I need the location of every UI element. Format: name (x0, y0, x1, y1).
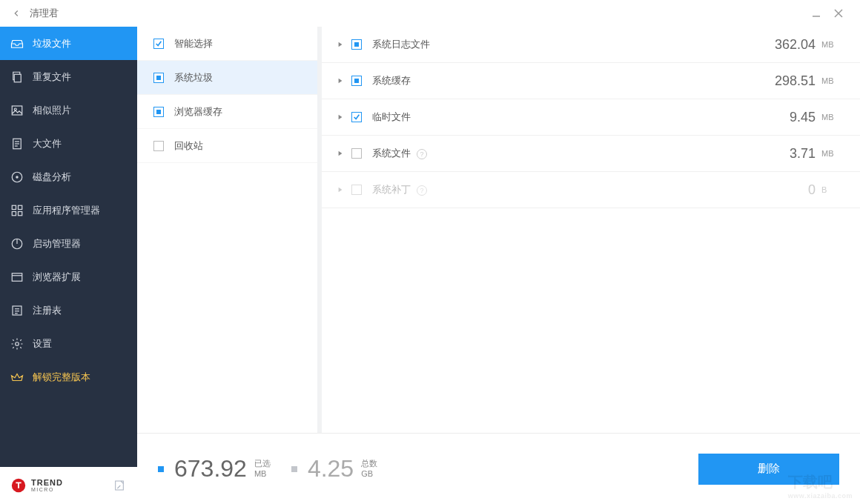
sidebar-item-label: 解锁完整版本 (33, 371, 90, 384)
svg-rect-18 (12, 273, 22, 281)
delete-button[interactable]: 删除 (698, 454, 839, 485)
close-button[interactable] (827, 4, 850, 22)
expand-icon[interactable] (337, 77, 344, 84)
checkbox-icon[interactable] (351, 112, 362, 122)
row-unit: MB (821, 40, 838, 49)
category-recycle-bin[interactable]: 回收站 (137, 129, 317, 163)
category-label: 系统垃圾 (174, 71, 213, 84)
feedback-icon[interactable] (113, 480, 125, 491)
delete-label: 删除 (758, 462, 780, 476)
sidebar-item-browser-ext[interactable]: 浏览器扩展 (0, 260, 137, 294)
window-icon (10, 271, 24, 284)
sidebar-item-label: 启动管理器 (33, 237, 81, 251)
sidebar-item-settings[interactable]: 设置 (0, 327, 137, 360)
dot-icon (158, 466, 164, 472)
checkbox-icon[interactable] (153, 39, 164, 49)
category-list: 智能选择 系统垃圾 浏览器缓存 回收站 (137, 27, 317, 433)
checkbox-icon[interactable] (153, 141, 164, 151)
gear-icon (10, 337, 24, 351)
selected-label: 已选 (254, 459, 271, 468)
sidebar-item-junk-files[interactable]: 垃圾文件 (0, 27, 137, 60)
category-label: 浏览器缓存 (174, 105, 222, 119)
row-unit: MB (821, 113, 838, 122)
brand-logo: TREND MICRO (10, 477, 63, 494)
footer-bar: 673.92 已选 MB 4.25 总数 GB 删除 (137, 433, 860, 504)
detail-list: 系统日志文件 362.04 MB 系统缓存 298.51 MB (322, 27, 860, 433)
sidebar-item-label: 磁盘分析 (33, 170, 71, 184)
checkbox-icon[interactable] (351, 39, 362, 50)
brand-line2: MICRO (31, 487, 63, 492)
row-unit: MB (821, 76, 838, 85)
expand-icon[interactable] (337, 150, 344, 157)
trend-logo-icon (10, 477, 27, 494)
help-icon: ? (417, 185, 427, 196)
stat-selected: 673.92 已选 MB (158, 455, 271, 483)
dot-icon (291, 466, 297, 472)
target-icon (10, 170, 24, 184)
total-label: 总数 (361, 459, 377, 468)
sidebar-item-label: 垃圾文件 (33, 37, 71, 50)
row-name: 系统补丁? (372, 183, 756, 196)
brand-line1: TREND (31, 479, 63, 487)
row-name: 系统文件? (372, 147, 756, 160)
inbox-icon (10, 37, 24, 50)
sidebar-item-big-files[interactable]: 大文件 (0, 127, 137, 160)
detail-row[interactable]: 系统日志文件 362.04 MB (322, 27, 860, 63)
sidebar-item-label: 注册表 (33, 304, 62, 317)
row-unit: B (821, 185, 838, 194)
sidebar-item-app-manager[interactable]: 应用程序管理器 (0, 193, 137, 227)
sidebar-footer: TREND MICRO (0, 467, 137, 504)
detail-row[interactable]: 系统文件? 3.71 MB (322, 136, 860, 172)
checkbox-icon[interactable] (153, 107, 164, 117)
checkbox-icon (351, 185, 362, 195)
sidebar-item-startup-manager[interactable]: 启动管理器 (0, 227, 137, 260)
category-smart-select[interactable]: 智能选择 (137, 27, 317, 61)
sidebar-item-similar-photos[interactable]: 相似照片 (0, 93, 137, 127)
document-icon (10, 137, 24, 150)
app-title: 清理君 (30, 7, 59, 20)
svg-rect-15 (19, 211, 22, 215)
checkbox-icon[interactable] (153, 73, 164, 83)
sidebar-item-label: 相似照片 (33, 104, 71, 117)
total-unit: GB (361, 469, 377, 479)
total-value: 4.25 (308, 455, 354, 483)
category-system-junk[interactable]: 系统垃圾 (137, 61, 317, 95)
row-size: 0 (756, 182, 816, 198)
expand-icon[interactable] (337, 113, 344, 121)
sidebar-item-label: 浏览器扩展 (33, 271, 81, 284)
svg-rect-4 (12, 106, 22, 115)
row-size: 362.04 (756, 37, 816, 53)
sidebar-item-registry[interactable]: 注册表 (0, 294, 137, 327)
svg-line-27 (117, 485, 120, 488)
svg-rect-13 (19, 205, 22, 209)
detail-row[interactable]: 系统缓存 298.51 MB (322, 63, 860, 99)
selected-value: 673.92 (174, 455, 247, 483)
row-name: 临时文件 (372, 110, 756, 124)
row-size: 298.51 (756, 73, 816, 89)
sidebar-item-label: 设置 (33, 337, 52, 351)
selected-unit: MB (254, 469, 271, 479)
detail-row[interactable]: 临时文件 9.45 MB (322, 99, 860, 136)
svg-point-11 (16, 176, 18, 177)
row-unit: MB (821, 149, 838, 158)
row-size: 9.45 (756, 110, 816, 125)
minimize-button[interactable] (805, 4, 827, 22)
category-browser-cache[interactable]: 浏览器缓存 (137, 95, 317, 129)
sidebar: 垃圾文件 重复文件 相似照片 大文件 磁盘分析 应用程序管理器 (0, 27, 137, 504)
row-name: 系统缓存 (372, 74, 756, 87)
sidebar-item-unlock[interactable]: 解锁完整版本 (0, 360, 137, 394)
title-bar: 清理君 (0, 0, 860, 27)
svg-rect-12 (12, 205, 16, 209)
checkbox-icon[interactable] (351, 76, 362, 86)
checkbox-icon[interactable] (351, 148, 362, 159)
row-name: 系统日志文件 (372, 38, 756, 51)
expand-icon[interactable] (337, 41, 344, 48)
power-icon (10, 237, 24, 251)
help-icon[interactable]: ? (417, 149, 427, 159)
sidebar-item-duplicates[interactable]: 重复文件 (0, 60, 137, 93)
sidebar-item-label: 大文件 (33, 137, 62, 150)
sidebar-item-label: 应用程序管理器 (33, 204, 100, 217)
expand-icon (337, 186, 344, 193)
back-button[interactable] (10, 7, 22, 19)
sidebar-item-disk-analysis[interactable]: 磁盘分析 (0, 160, 137, 193)
